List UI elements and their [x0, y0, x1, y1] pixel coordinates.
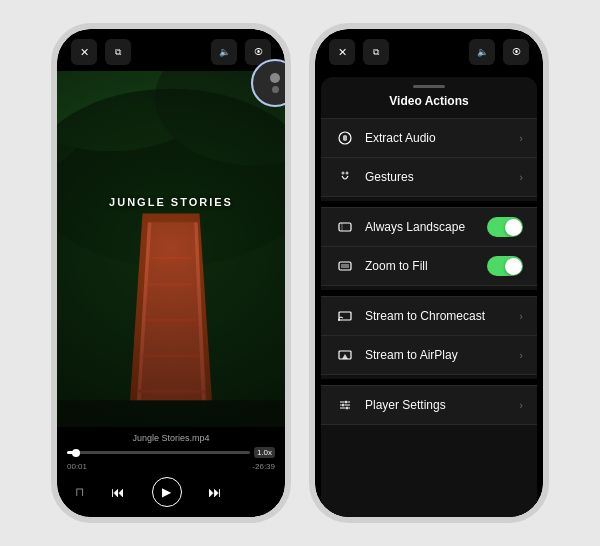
playback-controls: ⊓ ⏮ ▶ ⏭ [67, 477, 275, 507]
right-top-bar-left: ✕ ⧉ [329, 39, 389, 65]
svg-point-26 [338, 319, 340, 321]
landscape-label: Always Landscape [365, 220, 487, 234]
drag-handle-area [321, 77, 537, 92]
filename-label: Jungle Stories.mp4 [67, 433, 275, 443]
gestures-label: Gestures [365, 170, 519, 184]
left-phone: ✕ ⧉ 🔈 ⦿ [51, 23, 291, 523]
player-settings-chevron: › [519, 399, 523, 411]
gestures-icon [335, 167, 355, 187]
menu-item-airplay[interactable]: Stream to AirPlay › [321, 336, 537, 375]
menu-section-4: Player Settings › [321, 385, 537, 425]
left-top-bar-right: 🔈 ⦿ [211, 39, 271, 65]
left-screen: ✕ ⧉ 🔈 ⦿ [57, 29, 285, 517]
video-thumbnail: JUNGLE STORIES [57, 71, 285, 427]
video-title: JUNGLE STORIES [109, 196, 233, 208]
right-volume-button[interactable]: 🔈 [469, 39, 495, 65]
menu-title: Video Actions [321, 92, 537, 118]
extract-audio-chevron: › [519, 132, 523, 144]
chromecast-icon [335, 306, 355, 326]
time-remaining: -26:39 [252, 462, 275, 471]
drag-handle [413, 85, 445, 88]
jungle-svg [57, 71, 285, 427]
time-current: 00:01 [67, 462, 87, 471]
left-volume-button[interactable]: 🔈 [211, 39, 237, 65]
next-button[interactable]: ⏭ [208, 484, 222, 500]
zoom-label: Zoom to Fill [365, 259, 487, 273]
zoom-toggle-thumb [505, 258, 522, 275]
controls-area: Jungle Stories.mp4 1.0x 00:01 -26:39 ⊓ ⏮… [57, 427, 285, 517]
svg-point-34 [346, 407, 349, 410]
play-button[interactable]: ▶ [152, 477, 182, 507]
landscape-icon [335, 217, 355, 237]
right-pip-button[interactable]: ⧉ [363, 39, 389, 65]
menu-item-extract-audio[interactable]: Extract Audio › [321, 118, 537, 158]
menu-sheet: Video Actions Extract Audio › [321, 77, 537, 517]
progress-row: 1.0x [67, 447, 275, 458]
menu-item-landscape[interactable]: Always Landscape [321, 207, 537, 247]
airplay-chevron: › [519, 349, 523, 361]
svg-point-21 [346, 172, 349, 175]
left-top-bar: ✕ ⧉ 🔈 ⦿ [57, 29, 285, 71]
left-top-bar-left: ✕ ⧉ [71, 39, 131, 65]
progress-bar[interactable] [67, 451, 250, 454]
right-screen: ✕ ⧉ 🔈 ⦿ [315, 29, 543, 517]
extract-audio-label: Extract Audio [365, 131, 519, 145]
progress-thumb [72, 449, 80, 457]
airplay-label: Stream to AirPlay [365, 348, 519, 362]
speed-badge[interactable]: 1.0x [254, 447, 275, 458]
menu-item-player-settings[interactable]: Player Settings › [321, 385, 537, 425]
chromecast-chevron: › [519, 310, 523, 322]
right-phone: ✕ ⧉ 🔈 ⦿ [309, 23, 549, 523]
menu-item-gestures[interactable]: Gestures › [321, 158, 537, 197]
svg-rect-25 [339, 312, 351, 320]
svg-marker-28 [342, 354, 348, 359]
zoom-toggle[interactable] [487, 256, 523, 276]
right-close-button[interactable]: ✕ [329, 39, 355, 65]
zoom-icon [335, 256, 355, 276]
svg-point-33 [342, 404, 345, 407]
cam-dot-top [270, 73, 280, 83]
svg-point-20 [342, 172, 345, 175]
cast-icon[interactable]: ⊓ [75, 485, 84, 499]
svg-rect-22 [339, 223, 351, 231]
menu-item-zoom[interactable]: Zoom to Fill [321, 247, 537, 286]
chromecast-label: Stream to Chromecast [365, 309, 519, 323]
svg-point-32 [345, 401, 348, 404]
landscape-toggle[interactable] [487, 217, 523, 237]
menu-section-3: Stream to Chromecast › Stream to AirPlay… [321, 296, 537, 375]
player-settings-icon [335, 395, 355, 415]
video-area[interactable]: JUNGLE STORIES [57, 71, 285, 427]
gestures-chevron: › [519, 171, 523, 183]
player-settings-label: Player Settings [365, 398, 519, 412]
airplay-icon [335, 345, 355, 365]
extract-audio-icon [335, 128, 355, 148]
menu-item-chromecast[interactable]: Stream to Chromecast › [321, 296, 537, 336]
landscape-toggle-thumb [505, 219, 522, 236]
menu-panel: Video Actions Extract Audio › [315, 71, 543, 517]
right-top-bar-right: 🔈 ⦿ [469, 39, 529, 65]
svg-rect-24 [341, 264, 349, 268]
floating-camera-button[interactable] [251, 59, 291, 107]
time-row: 00:01 -26:39 [67, 462, 275, 471]
right-top-bar: ✕ ⧉ 🔈 ⦿ [315, 29, 543, 71]
cam-dot-bottom [272, 86, 279, 93]
left-close-button[interactable]: ✕ [71, 39, 97, 65]
menu-section-2: Always Landscape Zoom to Fill [321, 207, 537, 286]
menu-section-1: Extract Audio › Gestures › [321, 118, 537, 197]
right-settings-button[interactable]: ⦿ [503, 39, 529, 65]
prev-button[interactable]: ⏮ [111, 484, 125, 500]
svg-rect-18 [57, 71, 285, 427]
left-pip-button[interactable]: ⧉ [105, 39, 131, 65]
